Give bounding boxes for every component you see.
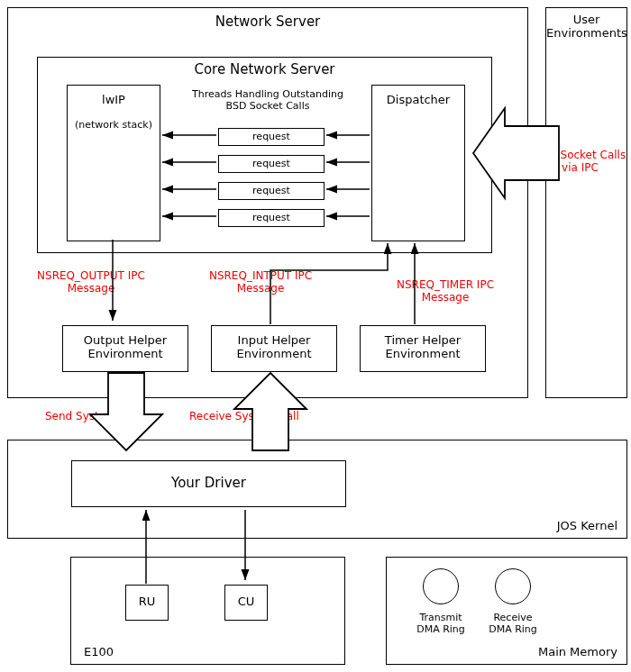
nsreq-timer-label: NSREQ_TIMER IPC Message <box>382 278 508 304</box>
tx-ring-icon <box>423 568 459 604</box>
tx-ring-label: Transmit DMA Ring <box>409 612 472 635</box>
request-box-4: request <box>218 209 325 227</box>
e100-box: E100 RU CU <box>70 557 345 665</box>
lwip-subtitle: (network stack) <box>68 119 160 131</box>
cu-box: CU <box>224 585 268 621</box>
core-title: Core Network Server <box>38 61 491 77</box>
user-environments-box: User Environments <box>545 7 627 398</box>
nsreq-input-label: NSREQ_INTPUT IPC Message <box>197 269 324 295</box>
network-server-box: Network Server Core Network Server lwIP … <box>7 7 528 398</box>
rx-ring-label: Receive DMA Ring <box>481 612 544 635</box>
request-box-1: request <box>218 128 325 146</box>
request-box-2: request <box>218 155 325 173</box>
e100-title: E100 <box>84 645 114 658</box>
jos-kernel-title: JOS Kernel <box>557 519 617 532</box>
core-network-server-box: Core Network Server lwIP (network stack)… <box>37 57 492 253</box>
input-helper-box: Input Helper Environment <box>211 325 337 372</box>
dispatcher-title: Dispatcher <box>372 93 464 106</box>
network-server-title: Network Server <box>8 14 527 30</box>
nsreq-output-label: NSREQ_OUTPUT IPC Message <box>28 269 154 295</box>
send-syscall-label: Send System Call <box>45 410 140 422</box>
lwip-title: lwIP <box>68 93 160 106</box>
request-box-3: request <box>218 182 325 200</box>
main-memory-title: Main Memory <box>538 645 617 658</box>
ru-box: RU <box>125 585 169 621</box>
bsd-arrow-label: BSD Socket Calls via IPC <box>528 149 631 174</box>
main-memory-box: Main Memory Transmit DMA Ring Receive DM… <box>386 557 627 665</box>
output-helper-box: Output Helper Environment <box>62 325 188 372</box>
driver-box: Your Driver <box>71 460 346 507</box>
rx-ring-icon <box>495 568 531 604</box>
threads-label: Threads Handling Outstanding BSD Socket … <box>191 88 344 112</box>
lwip-box: lwIP (network stack) <box>67 85 160 241</box>
jos-kernel-box: JOS Kernel Your Driver <box>7 440 627 539</box>
dispatcher-box: Dispatcher <box>371 85 465 241</box>
receive-syscall-label: Receive System Call <box>189 410 299 422</box>
user-environments-label: User Environments <box>546 8 626 40</box>
timer-helper-box: Timer Helper Environment <box>360 325 486 372</box>
